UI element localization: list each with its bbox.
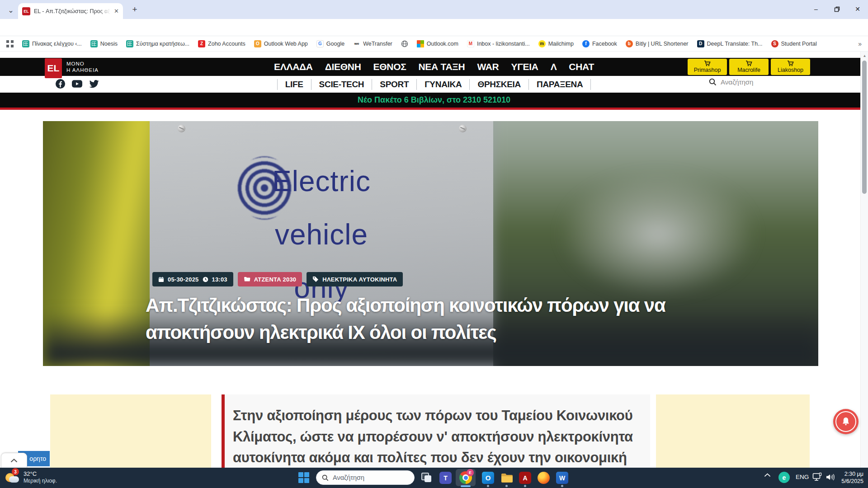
subnav-scie-tech[interactable]: SCIE-TECH [319, 80, 364, 89]
eset-tray-icon[interactable]: e [778, 472, 790, 483]
start-button[interactable] [298, 472, 310, 483]
new-tab-button[interactable]: + [129, 4, 140, 15]
bookmark-pinakas[interactable]: Πίνακας ελέγχου ‹... [22, 40, 82, 47]
bookmark-mailchimp[interactable]: m Mailchimp [538, 40, 574, 47]
open-app-dot [487, 485, 489, 487]
article-lead-paragraph: Στην αξιοποίηση μέρους των πόρων του Ταμ… [233, 405, 642, 468]
google-icon: G [316, 40, 324, 47]
bookmark-wetransfer[interactable]: we WeTransfer [353, 40, 392, 47]
hero-blur-car [558, 171, 757, 297]
bookmark-google[interactable]: G Google [316, 40, 344, 47]
network-tray-icon[interactable] [812, 473, 822, 482]
volume-tray-icon[interactable] [826, 473, 835, 481]
tab-title: EL - Απ.Τζιτζικώστας: Προς αξι [34, 8, 110, 14]
acrobat-app-icon[interactable]: A [519, 472, 531, 484]
nav-ygeia[interactable]: ΥΓΕΙΑ [511, 61, 538, 72]
browser-tab[interactable]: EL EL - Απ.Τζιτζικώστας: Προς αξι ✕ [18, 3, 123, 19]
site-search-input[interactable] [721, 78, 770, 86]
bookmark-outlook-web-app[interactable]: O Outlook Web App [254, 40, 308, 47]
subnav-paraxena[interactable]: ΠΑΡΑΞΕΝΑ [537, 80, 583, 89]
restore-icon [834, 6, 840, 12]
sheet-icon [126, 40, 133, 47]
page-scrollbar[interactable]: ▲ [860, 52, 868, 468]
outlook-app-icon[interactable]: O [482, 472, 494, 484]
bookmark-noesis[interactable]: Noesis [90, 40, 118, 47]
weather-icon: 3 [5, 469, 20, 485]
apps-grid-icon[interactable] [6, 40, 14, 47]
bookmark-student-portal[interactable]: S Student Portal [771, 40, 817, 47]
nav-war[interactable]: WAR [477, 61, 499, 72]
browser-titlebar: ⌄ EL EL - Απ.Τζιτζικώστας: Προς αξι ✕ + … [0, 0, 868, 19]
liakoshop-button[interactable]: Liakoshop [771, 59, 810, 75]
ad-placeholder-left [50, 394, 211, 468]
tray-time: 2:30 μμ [835, 470, 863, 478]
open-app-dot [561, 485, 563, 487]
announcement-bar[interactable]: Νέο Πακέτο 6 Βιβλίων, στο 2310 521010 [0, 93, 868, 110]
open-app-dot [524, 485, 526, 487]
zoho-icon: Z [198, 40, 205, 47]
site-favicon: EL [22, 7, 30, 15]
close-window-button[interactable]: ✕ [847, 0, 868, 18]
bookmark-deepl[interactable]: D DeepL Translate: Th... [697, 40, 763, 47]
subnav-sport[interactable]: SPORT [380, 80, 409, 89]
restore-button[interactable] [826, 0, 847, 18]
bookmark-globe[interactable] [401, 40, 408, 47]
subnav-thriskeia[interactable]: ΘΡΗΣΚΕΙΑ [477, 80, 521, 89]
category-badge[interactable]: ΑΤΖΕΝΤΑ 2030 [238, 272, 302, 286]
taskbar-search-input[interactable] [333, 474, 401, 481]
nav-diethni[interactable]: ΔΙΕΘΝΗ [325, 61, 361, 72]
bookmark-systima[interactable]: Σύστημα κρατήσεω... [126, 40, 189, 47]
search-icon [322, 474, 329, 481]
nav-ellada[interactable]: ΕΛΛΑΔΑ [274, 61, 313, 72]
bookmark-outlook-com[interactable]: Outlook.com [417, 40, 458, 47]
microsoft-icon [417, 40, 424, 47]
weather-badge: 3 [12, 468, 19, 475]
tag-badge[interactable]: ΗΛΕΚΤΡΙΚΑ ΑΥΤΟΚΙΝΗΤΑ [307, 272, 403, 286]
article-date: 05-30-2025 [168, 276, 199, 283]
bookmark-facebook[interactable]: f Facebook [582, 40, 617, 47]
site-search[interactable] [709, 78, 770, 86]
chevron-down-icon: ⌄ [8, 6, 14, 14]
nav-ethnos[interactable]: ΕΘΝΟΣ [373, 61, 406, 72]
bookmarks-overflow-icon[interactable]: » [858, 40, 862, 47]
calendar-icon [158, 277, 164, 282]
tab-search-button[interactable]: ⌄ [5, 5, 16, 15]
screw-icon [459, 125, 467, 132]
chrome-icon: E [459, 471, 472, 484]
gmail-icon: M [467, 40, 474, 47]
close-tab-icon[interactable]: ✕ [114, 8, 119, 14]
site-logo[interactable]: EL [45, 58, 62, 78]
tray-expand-button[interactable] [764, 473, 771, 477]
weather-widget[interactable]: 3 32°C Μερική ηλιοφ. [5, 469, 57, 485]
chrome-app-active[interactable]: E [456, 469, 476, 486]
nav-chat[interactable]: CHAT [569, 61, 594, 72]
firefox-app-icon[interactable] [538, 472, 550, 484]
folder-icon [500, 473, 513, 483]
primashop-button[interactable]: Primashop [688, 59, 727, 75]
subnav-gynaika[interactable]: ΓΥΝΑΙΚΑ [425, 80, 462, 89]
bookmark-bitly[interactable]: b Bitly | URL Shortener [626, 40, 689, 47]
scrollbar-thumb[interactable] [862, 61, 867, 194]
taskbar-search[interactable] [316, 470, 415, 485]
word-app-icon[interactable]: W [556, 472, 568, 484]
notifications-bell-button[interactable] [833, 409, 859, 434]
clock-icon [203, 277, 208, 282]
teams-app-icon[interactable]: T [439, 472, 452, 484]
ad-placeholder-right [656, 394, 810, 468]
scroll-to-top-button[interactable] [1, 453, 27, 468]
nav-nea-taxi[interactable]: ΝΕΑ ΤΑΞΗ [419, 61, 465, 72]
bookmark-gmail-inbox[interactable]: M Inbox - lizikonstanti... [467, 40, 530, 47]
file-explorer-app-icon[interactable] [500, 472, 513, 484]
language-indicator[interactable]: ENG [796, 474, 809, 480]
subnav-life[interactable]: LIFE [285, 80, 303, 89]
scrollbar-up-arrow[interactable]: ▲ [861, 52, 868, 59]
macrolife-button[interactable]: Macrolife [729, 59, 769, 75]
bookmark-zoho[interactable]: Z Zoho Accounts [198, 40, 245, 47]
task-view-button[interactable] [420, 472, 433, 484]
weather-temp: 32°C [24, 470, 57, 478]
cloud-icon [9, 476, 19, 483]
nav-lambda[interactable]: Λ [551, 61, 557, 72]
tray-clock[interactable]: 2:30 μμ 5/6/2025 [835, 470, 863, 485]
bookmarks-bar: Πίνακας ελέγχου ‹... Noesis Σύστημα κρατ… [0, 36, 868, 52]
minimize-button[interactable]: – [806, 0, 826, 18]
